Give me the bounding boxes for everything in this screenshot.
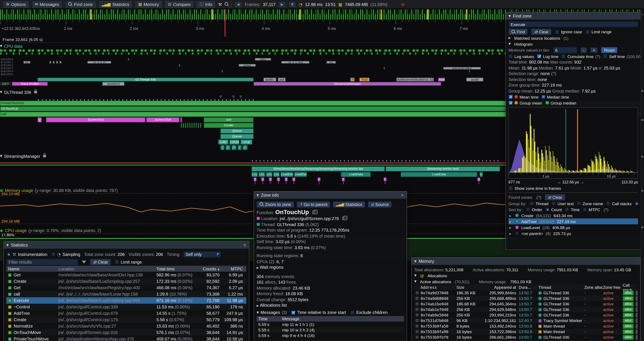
checkbox-log-values[interactable]: Log values xyxy=(508,54,534,59)
alloc-callstack-chip[interactable]: alloc xyxy=(623,318,634,323)
table-row[interactable]: Createjni/../jni/src/guif/Control.cpp:17… xyxy=(6,316,246,323)
table-row[interactable]: Get/mnt/e/claw/src/claw/base/Registry.hp… xyxy=(6,284,246,291)
timeline-zone[interactable] xyxy=(196,123,197,128)
histogram[interactable]: 1 µs 10 µs xyxy=(508,107,638,179)
timeline-zone[interactable]: LoaU xyxy=(218,139,228,145)
timeline-zone[interactable] xyxy=(185,123,186,128)
timeline-zone[interactable]: LoadData xyxy=(341,172,371,177)
timeline-zone[interactable]: audios xyxy=(255,58,271,61)
group-row[interactable]: ▶<no parent>(9)225.73 µs xyxy=(508,230,638,236)
zone-button-zoom-to-zone[interactable]: Zoom to zone xyxy=(256,201,294,207)
timeline-zone[interactable]: Queue xyxy=(220,134,254,139)
toolbar-button-info[interactable]: ⓘInfo xyxy=(196,0,216,8)
collapse-icon[interactable]: ▼ xyxy=(0,154,2,158)
zone-info-titlebar[interactable]: ▼ Zone info ✕ xyxy=(254,191,406,199)
clear-filter-button[interactable]: ⊘Clear xyxy=(90,259,111,265)
radio-button[interactable] xyxy=(51,252,56,256)
timeline-zone[interactable]: StreamingManager xyxy=(254,82,441,86)
play-button[interactable]: ▶ xyxy=(278,1,286,8)
timeline-zone[interactable]: cds xyxy=(326,61,336,64)
section-arrow-icon[interactable]: ▲ xyxy=(641,118,643,121)
filter-icon[interactable] xyxy=(82,260,86,263)
messages-expander[interactable]: ▼Messages(3) xyxy=(256,310,287,315)
matched-locations[interactable]: ▶Matched source locations(1) xyxy=(508,35,638,41)
timeline-zone[interactable]: U xyxy=(480,172,483,177)
right-scroll-strip[interactable]: ✕▲▲▲▲▲ xyxy=(640,10,644,341)
timeline-zone[interactable]: LoU xyxy=(273,172,280,177)
prev-frame-button[interactable]: ◀ xyxy=(234,1,242,8)
timeline-zone[interactable] xyxy=(198,123,199,128)
free-callstack-chip[interactable]: free xyxy=(636,318,638,323)
sort-by-time[interactable]: Time xyxy=(565,207,580,212)
expander-icon[interactable]: ▶ xyxy=(509,232,513,235)
radio-button[interactable] xyxy=(583,207,587,212)
radio-button[interactable] xyxy=(577,201,581,206)
zone-button-source[interactable]: ▤Source xyxy=(368,201,392,207)
histogram-expander[interactable]: ▼Histogram xyxy=(508,41,638,47)
timeline-zone[interactable]: audio. xyxy=(264,78,276,82)
timeline-zone[interactable]: StreaStreaStreaStreaStreamingStreamingSt… xyxy=(252,166,385,171)
alloc-callstack-chip[interactable]: alloc xyxy=(623,329,634,334)
timeline-zone[interactable]: cds_ol_rx_thr xyxy=(87,61,111,64)
active-allocations-expander[interactable]: ▼Active allocations(70,311) Memory usage… xyxy=(414,278,638,284)
find-button[interactable]: Find xyxy=(508,29,528,35)
radio-button[interactable] xyxy=(634,201,639,206)
column-header[interactable]: Name xyxy=(6,266,58,271)
message-marker[interactable]: C xyxy=(477,177,480,181)
message-marker[interactable]: C xyxy=(342,177,345,181)
toolbar-button-compare[interactable]: ⚖Compare xyxy=(164,0,194,8)
free-callstack-chip[interactable]: free xyxy=(636,307,638,312)
table-row[interactable]: Normalizejni/../jni/src/claw/vfs/Vfs.cpp… xyxy=(6,323,246,329)
legend-checkbox[interactable]: Mean time xyxy=(508,95,538,99)
timeline-zone[interactable]: GET xyxy=(0,82,11,86)
timeline-zone[interactable]: Create xyxy=(204,123,254,128)
timeline-zone[interactable]: (worker/) xyxy=(102,82,124,86)
column-header[interactable]: Size xyxy=(456,285,478,290)
limit-range-checkbox[interactable]: Limit range xyxy=(586,30,612,34)
timeline-zone[interactable]: ScreenText xyxy=(146,117,180,122)
checkbox-log-time[interactable]: Log time xyxy=(537,54,558,59)
checkbox[interactable] xyxy=(508,95,513,99)
checkbox[interactable] xyxy=(508,101,513,105)
timeline-zone[interactable] xyxy=(469,70,470,73)
alloc-callstack-chip[interactable]: alloc xyxy=(623,323,634,329)
legend-checkbox[interactable]: Group mean xyxy=(508,100,542,105)
timeline-zone[interactable]: LoadData xyxy=(401,172,477,177)
allocation-row[interactable]: 0x74ab1be040186.68 KB294,645,364ns13:50.… xyxy=(414,301,638,307)
allocation-row[interactable]: 0x74a9d37040186.35 KB295,999,844ns13:50.… xyxy=(414,290,638,295)
alloc-callstack-chip[interactable]: alloc xyxy=(623,290,634,295)
timeline-zone[interactable]: auc xyxy=(24,61,30,64)
group-by-zone-name[interactable]: Zone name xyxy=(577,201,603,206)
free-callstack-chip[interactable]: free xyxy=(636,296,638,301)
minbin-increase-button[interactable]: + xyxy=(590,47,598,53)
checkbox[interactable] xyxy=(115,260,119,264)
group-by-thread[interactable]: Thread xyxy=(530,201,548,206)
checkbox-cumulate-time[interactable]: Cumulate time(?) xyxy=(562,54,600,59)
column-header[interactable]: Total time xyxy=(156,266,201,271)
column-header[interactable]: Appeared at xyxy=(478,285,519,290)
alloc-callstack-chip[interactable]: alloc xyxy=(623,301,634,306)
collapse-icon[interactable]: ▼ xyxy=(256,193,259,197)
group-by-user-text[interactable]: User text xyxy=(552,201,574,206)
minbin-input[interactable]: 6 xyxy=(553,47,577,53)
timeline-zone[interactable] xyxy=(194,123,195,128)
timeline-zone[interactable] xyxy=(50,61,51,64)
column-header[interactable]: MTPC xyxy=(221,266,246,271)
table-row[interactable]: calljni/../jni/../../../src/claw/base/Lu… xyxy=(6,291,246,297)
reset-button[interactable]: Reset xyxy=(601,47,618,53)
timeline-zone[interactable]: LoadDaU xyxy=(294,172,307,177)
copy-icon[interactable] xyxy=(312,211,316,214)
message-marker[interactable]: C xyxy=(269,177,272,181)
checkbox[interactable] xyxy=(586,30,590,34)
free-callstack-chip[interactable]: free xyxy=(636,334,638,340)
free-callstack-chip[interactable]: free xyxy=(636,290,638,295)
clear-button[interactable]: ⊘Clear xyxy=(531,29,552,35)
column-header[interactable]: Message xyxy=(282,316,404,321)
frame-mark-icon[interactable]: ▽ xyxy=(232,96,235,99)
radio-button[interactable] xyxy=(545,207,550,212)
radio-button[interactable] xyxy=(526,207,530,212)
column-header[interactable]: Zone free xyxy=(603,285,623,290)
timeline-zone[interactable]: LoU xyxy=(266,172,272,177)
radio-button[interactable] xyxy=(530,201,534,206)
timeline-zone[interactable] xyxy=(191,123,193,128)
